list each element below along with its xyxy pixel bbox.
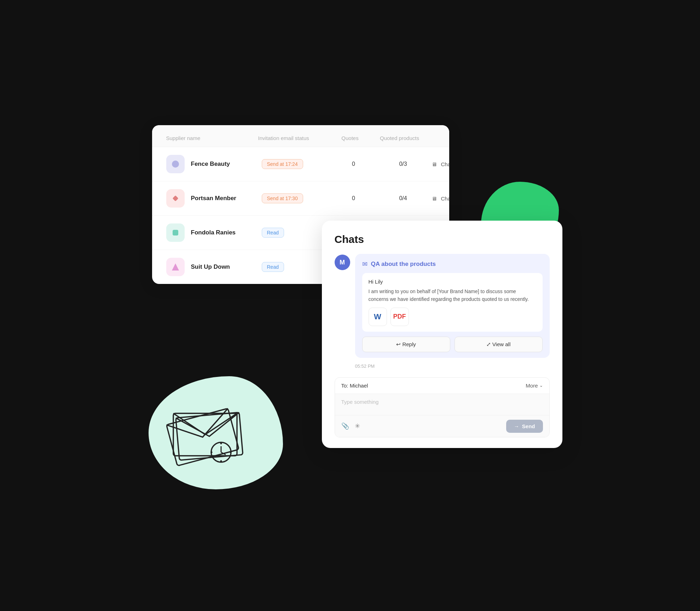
attachments: W PDF: [369, 308, 536, 326]
header-supplier-name: Supplier name: [166, 135, 258, 141]
compose-header: To: Michael More ⌄: [335, 378, 549, 394]
supplier-name: Fondola Ranies: [191, 229, 262, 236]
chat-message-area: M ✉ QA about the products Hi Lily I am w…: [335, 254, 550, 358]
message-greeting: Hi Lily: [369, 279, 536, 285]
table-header: Supplier name Invitation email status Qu…: [152, 125, 449, 147]
status-badge: Read: [262, 228, 284, 238]
supplier-name: Suit Up Down: [191, 263, 262, 270]
svg-marker-13: [172, 263, 179, 270]
quoted-products: 0/4: [375, 195, 432, 202]
chat-icon: 🖥: [432, 196, 437, 202]
compose-input[interactable]: Type something: [335, 394, 549, 415]
status-badge: Send at 17:30: [262, 193, 303, 203]
message-actions: ↩ Reply ⤢ View all: [362, 337, 543, 352]
avatar: [166, 258, 185, 276]
svg-rect-11: [172, 196, 178, 202]
quoted-products: 0/3: [375, 161, 432, 167]
compose-toolbar: 📎 ✳ → Send: [335, 415, 549, 437]
chat-action[interactable]: 🖥 Chat: [432, 161, 449, 167]
send-button[interactable]: → Send: [506, 420, 543, 433]
chat-action[interactable]: 🖥 Chat: [432, 196, 449, 202]
chat-icon: 🖥: [432, 161, 437, 167]
view-all-button[interactable]: ⤢ View all: [455, 337, 543, 352]
attach-icon[interactable]: 📎: [341, 422, 349, 430]
table-row: Fence Beauty Send at 17:24 0 0/3 🖥 Chat: [152, 147, 449, 181]
quotes-count: 0: [332, 195, 375, 202]
avatar: [166, 189, 185, 208]
compose-to: To: Michael: [341, 383, 368, 389]
invitation-status[interactable]: Send at 17:24: [262, 159, 332, 169]
svg-point-10: [172, 161, 179, 168]
header-invitation-status: Invitation email status: [258, 135, 329, 141]
svg-point-8: [210, 452, 212, 453]
sender-avatar: M: [335, 255, 350, 270]
more-button[interactable]: More ⌄: [526, 383, 543, 389]
svg-point-6: [220, 443, 222, 444]
svg-point-7: [220, 460, 222, 462]
avatar: [166, 223, 185, 242]
attachment-pdf[interactable]: PDF: [391, 308, 409, 326]
chats-title: Chats: [335, 233, 550, 245]
compose-area: To: Michael More ⌄ Type something 📎 ✳ → …: [335, 377, 550, 437]
envelope-illustration: [159, 394, 258, 472]
message-bubble: ✉ QA about the products Hi Lily I am wri…: [355, 254, 550, 358]
message-content-box: Hi Lily I am writing to you on behalf of…: [362, 273, 543, 332]
attachment-word[interactable]: W: [369, 308, 387, 326]
quotes-count: 0: [332, 161, 375, 167]
status-badge: Send at 17:24: [262, 159, 303, 169]
compose-placeholder: Type something: [341, 399, 379, 405]
subject-text: QA about the products: [371, 261, 436, 268]
reply-button[interactable]: ↩ Reply: [362, 337, 450, 352]
supplier-name: Fence Beauty: [191, 161, 262, 168]
toolbar-icons: 📎 ✳: [341, 422, 360, 430]
message-timestamp: 05:52 PM: [335, 363, 550, 369]
svg-rect-12: [173, 230, 178, 235]
header-quotes: Quotes: [329, 135, 371, 141]
subject-email-icon: ✉: [362, 260, 368, 268]
header-quoted-products: Quoted products: [371, 135, 428, 141]
message-body: I am writing to you on behalf of [Your B…: [369, 287, 536, 303]
sparkle-icon[interactable]: ✳: [355, 422, 360, 430]
invitation-status[interactable]: Send at 17:30: [262, 193, 332, 203]
svg-point-9: [230, 452, 231, 453]
message-subject: ✉ QA about the products: [362, 260, 543, 268]
avatar: [166, 155, 185, 173]
chevron-down-icon: ⌄: [539, 383, 543, 388]
table-row: Portsan Menber Send at 17:30 0 0/4 🖥 Cha…: [152, 181, 449, 216]
supplier-name: Portsan Menber: [191, 195, 262, 202]
chats-card: Chats M ✉ QA about the products Hi Lily …: [322, 221, 562, 448]
send-icon: →: [514, 423, 519, 429]
status-badge: Read: [262, 262, 284, 272]
